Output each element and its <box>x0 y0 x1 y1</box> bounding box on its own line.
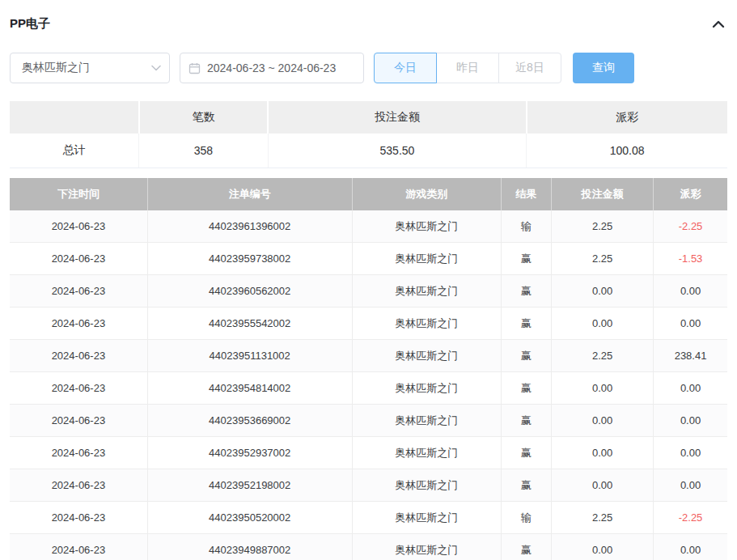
cell-game: 奥林匹斯之门 <box>352 469 501 502</box>
cell-result: 赢 <box>502 437 552 469</box>
quick-button-1[interactable]: 今日 <box>374 53 437 83</box>
cell-result: 赢 <box>502 372 552 405</box>
cell-bet: 0.00 <box>552 469 654 502</box>
chevron-up-icon <box>711 19 726 30</box>
cell-order_id: 44023960562002 <box>147 275 352 308</box>
cell-order_id: 44023950520002 <box>147 502 352 534</box>
cell-result: 赢 <box>502 534 552 560</box>
cell-time: 2024-06-23 <box>10 469 147 502</box>
table-row: 2024-06-2344023949887002奥林匹斯之门赢0.000.00 <box>10 534 727 560</box>
cell-game: 奥林匹斯之门 <box>352 340 501 372</box>
game-select[interactable]: 奥林匹斯之门 <box>10 53 170 83</box>
cell-bet: 2.25 <box>552 502 654 534</box>
chevron-down-icon <box>151 65 161 71</box>
table-row: 2024-06-2344023960562002奥林匹斯之门赢0.000.00 <box>10 275 727 308</box>
summary-bet-amount: 535.50 <box>268 134 526 168</box>
table-row: 2024-06-2344023952937002奥林匹斯之门赢0.000.00 <box>10 437 727 469</box>
summary-header-cell: 投注金额 <box>268 101 526 134</box>
cell-payout: 0.00 <box>654 534 727 560</box>
cell-time: 2024-06-23 <box>10 502 147 534</box>
cell-bet: 0.00 <box>552 308 654 340</box>
cell-time: 2024-06-23 <box>10 210 147 243</box>
cell-payout: 0.00 <box>654 469 727 502</box>
cell-bet: 0.00 <box>552 372 654 405</box>
cell-time: 2024-06-23 <box>10 534 147 560</box>
cell-result: 赢 <box>502 243 552 275</box>
cell-payout: 0.00 <box>654 275 727 308</box>
quick-button-2[interactable]: 昨日 <box>436 53 499 83</box>
panel-title: PP电子 <box>10 16 50 32</box>
table-row: 2024-06-2344023961396002奥林匹斯之门输2.25-2.25 <box>10 210 727 243</box>
cell-time: 2024-06-23 <box>10 243 147 275</box>
cell-payout: 0.00 <box>654 308 727 340</box>
cell-time: 2024-06-23 <box>10 437 147 469</box>
cell-bet: 2.25 <box>552 340 654 372</box>
cell-payout: -2.25 <box>654 502 727 534</box>
search-button[interactable]: 查询 <box>573 53 634 83</box>
cell-order_id: 44023953669002 <box>147 405 352 437</box>
cell-game: 奥林匹斯之门 <box>352 210 501 243</box>
cell-order_id: 44023949887002 <box>147 534 352 560</box>
cell-order_id: 44023955542002 <box>147 308 352 340</box>
summary-header-cell: 派彩 <box>527 101 727 134</box>
records-table: 下注时间注单编号游戏类别结果投注金额派彩 2024-06-23440239613… <box>10 178 727 560</box>
quick-date-button-group: 今日昨日近8日 <box>374 53 561 83</box>
table-row: 2024-06-2344023950520002奥林匹斯之门输2.25-2.25 <box>10 502 727 534</box>
cell-game: 奥林匹斯之门 <box>352 502 501 534</box>
column-header: 结果 <box>502 178 552 210</box>
collapse-panel-button[interactable] <box>709 17 727 32</box>
column-header: 游戏类别 <box>352 178 501 210</box>
cell-time: 2024-06-23 <box>10 275 147 308</box>
cell-game: 奥林匹斯之门 <box>352 534 501 560</box>
cell-result: 赢 <box>502 469 552 502</box>
table-row: 2024-06-2344023955542002奥林匹斯之门赢0.000.00 <box>10 308 727 340</box>
cell-payout: 0.00 <box>654 372 727 405</box>
table-row: 2024-06-2344023953669002奥林匹斯之门赢0.000.00 <box>10 405 727 437</box>
cell-bet: 0.00 <box>552 405 654 437</box>
summary-count: 358 <box>139 134 269 168</box>
summary-header-row: 笔数投注金额派彩 <box>10 101 727 134</box>
cell-game: 奥林匹斯之门 <box>352 243 501 275</box>
table-row: 2024-06-2344023951131002奥林匹斯之门赢2.25238.4… <box>10 340 727 372</box>
cell-payout: -1.53 <box>654 243 727 275</box>
cell-result: 输 <box>502 210 552 243</box>
cell-payout: 238.41 <box>654 340 727 372</box>
cell-payout: 0.00 <box>654 437 727 469</box>
cell-order_id: 44023952937002 <box>147 437 352 469</box>
cell-order_id: 44023959738002 <box>147 243 352 275</box>
summary-header-cell <box>10 101 139 134</box>
table-row: 2024-06-2344023952198002奥林匹斯之门赢0.000.00 <box>10 469 727 502</box>
cell-order_id: 44023961396002 <box>147 210 352 243</box>
summary-payout: 100.08 <box>527 134 727 168</box>
cell-time: 2024-06-23 <box>10 405 147 437</box>
cell-result: 赢 <box>502 308 552 340</box>
cell-result: 赢 <box>502 340 552 372</box>
calendar-icon <box>188 62 201 74</box>
table-row: 2024-06-2344023954814002奥林匹斯之门赢0.000.00 <box>10 372 727 405</box>
cell-order_id: 44023954814002 <box>147 372 352 405</box>
quick-button-3[interactable]: 近8日 <box>498 53 561 83</box>
records-header-row: 下注时间注单编号游戏类别结果投注金额派彩 <box>10 178 727 210</box>
cell-game: 奥林匹斯之门 <box>352 405 501 437</box>
cell-game: 奥林匹斯之门 <box>352 437 501 469</box>
pp-electronic-panel: PP电子 奥林匹斯之门 2024-06-23 ~ 2024-06- <box>0 0 737 560</box>
panel-header: PP电子 <box>10 0 727 32</box>
cell-result: 输 <box>502 502 552 534</box>
cell-payout: 0.00 <box>654 405 727 437</box>
cell-bet: 0.00 <box>552 275 654 308</box>
summary-total-label: 总计 <box>10 134 139 168</box>
cell-time: 2024-06-23 <box>10 308 147 340</box>
table-row: 2024-06-2344023959738002奥林匹斯之门赢2.25-1.53 <box>10 243 727 275</box>
cell-bet: 2.25 <box>552 210 654 243</box>
date-range-input[interactable]: 2024-06-23 ~ 2024-06-23 <box>180 53 364 83</box>
cell-result: 赢 <box>502 275 552 308</box>
cell-time: 2024-06-23 <box>10 372 147 405</box>
cell-payout: -2.25 <box>654 210 727 243</box>
cell-time: 2024-06-23 <box>10 340 147 372</box>
summary-table: 笔数投注金额派彩 总计 358 535.50 100.08 <box>10 101 727 168</box>
cell-bet: 2.25 <box>552 243 654 275</box>
column-header: 注单编号 <box>147 178 352 210</box>
cell-game: 奥林匹斯之门 <box>352 275 501 308</box>
cell-game: 奥林匹斯之门 <box>352 372 501 405</box>
cell-game: 奥林匹斯之门 <box>352 308 501 340</box>
